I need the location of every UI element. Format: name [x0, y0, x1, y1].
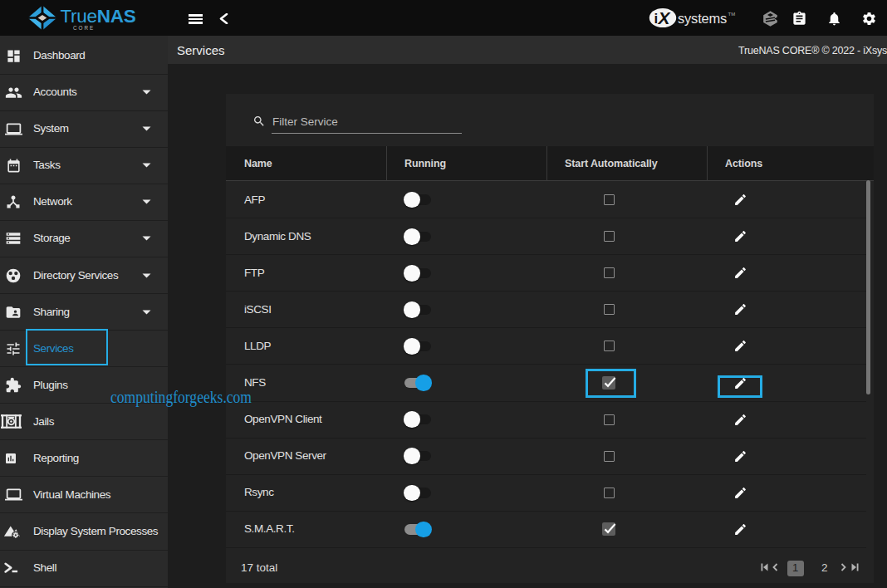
svg-text:TM: TM [728, 12, 736, 17]
svg-text:X: X [658, 8, 672, 27]
svg-text:systems: systems [678, 11, 727, 26]
